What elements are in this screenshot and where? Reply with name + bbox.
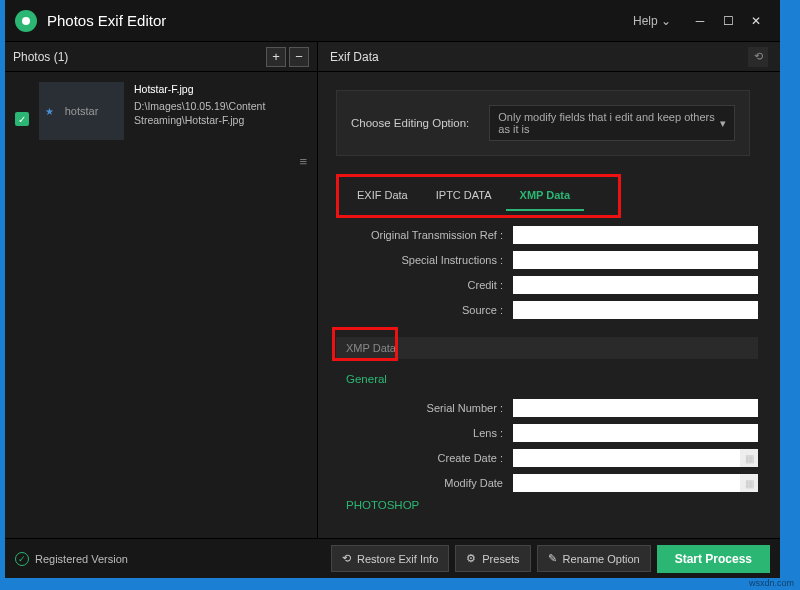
registered-status: ✓ Registered Version xyxy=(15,552,325,566)
check-icon: ✓ xyxy=(15,552,29,566)
checkbox-icon[interactable]: ✓ xyxy=(15,112,29,126)
rename-option-button[interactable]: ✎Rename Option xyxy=(537,545,651,572)
orig-trans-input[interactable] xyxy=(513,226,758,244)
app-window: Photos Exif Editor Help ⌄ ─ ☐ ✕ Photos (… xyxy=(5,0,780,578)
item-menu-icon[interactable]: ≡ xyxy=(5,150,317,173)
photo-item[interactable]: ✓ hotstar Hotstar-F.jpg D:\Images\10.05.… xyxy=(5,72,317,150)
xmp-section-header: XMP Data xyxy=(336,337,758,359)
exif-panel: Exif Data ⟲ Choose Editing Option: Only … xyxy=(317,42,780,538)
field-label: Lens : xyxy=(318,427,513,439)
help-menu[interactable]: Help ⌄ xyxy=(633,14,671,28)
special-instructions-input[interactable] xyxy=(513,251,758,269)
refresh-button[interactable]: ⟲ xyxy=(748,47,768,67)
presets-icon: ⚙ xyxy=(466,552,476,565)
chevron-down-icon: ⌄ xyxy=(661,14,671,28)
photo-filename: Hotstar-F.jpg xyxy=(134,82,307,97)
photo-thumbnail: hotstar xyxy=(39,82,124,140)
data-tabs: EXIF Data IPTC DATA XMP Data xyxy=(336,174,621,218)
fields-general: Serial Number : Lens : Create Date :▦ Mo… xyxy=(318,399,768,492)
editing-option-select[interactable]: Only modify fields that i edit and keep … xyxy=(489,105,735,141)
exif-title: Exif Data xyxy=(330,50,748,64)
close-button[interactable]: ✕ xyxy=(742,7,770,35)
fields-top: Original Transmission Ref : Special Inst… xyxy=(318,226,768,319)
main-body: Photos (1) + − ✓ hotstar Hotstar-F.jpg D… xyxy=(5,42,780,538)
create-date-input[interactable] xyxy=(513,449,740,467)
restore-exif-button[interactable]: ⟲Restore Exif Info xyxy=(331,545,449,572)
field-label: Create Date : xyxy=(318,452,513,464)
start-process-button[interactable]: Start Process xyxy=(657,545,770,573)
footer: ✓ Registered Version ⟲Restore Exif Info … xyxy=(5,538,780,578)
calendar-icon[interactable]: ▦ xyxy=(740,474,758,492)
minimize-button[interactable]: ─ xyxy=(686,7,714,35)
field-label: Credit : xyxy=(318,279,513,291)
tab-xmp-data[interactable]: XMP Data xyxy=(506,181,585,211)
app-title: Photos Exif Editor xyxy=(47,12,633,29)
field-label: Serial Number : xyxy=(318,402,513,414)
field-label: Special Instructions : xyxy=(318,254,513,266)
add-photo-button[interactable]: + xyxy=(266,47,286,67)
serial-number-input[interactable] xyxy=(513,399,758,417)
photo-meta: Hotstar-F.jpg D:\Images\10.05.19\Content… xyxy=(134,82,307,140)
remove-photo-button[interactable]: − xyxy=(289,47,309,67)
pencil-icon: ✎ xyxy=(548,552,557,565)
app-logo-icon xyxy=(15,10,37,32)
field-label: Source : xyxy=(318,304,513,316)
photos-header: Photos (1) + − xyxy=(5,42,317,72)
editing-option-row: Choose Editing Option: Only modify field… xyxy=(336,90,750,156)
titlebar: Photos Exif Editor Help ⌄ ─ ☐ ✕ xyxy=(5,0,780,42)
photos-count: Photos (1) xyxy=(13,50,263,64)
group-photoshop: PHOTOSHOP xyxy=(346,499,768,511)
exif-scroll[interactable]: Choose Editing Option: Only modify field… xyxy=(318,72,780,538)
chevron-down-icon: ▾ xyxy=(720,117,726,130)
watermark: wsxdn.com xyxy=(749,578,794,588)
calendar-icon[interactable]: ▦ xyxy=(740,449,758,467)
editing-option-label: Choose Editing Option: xyxy=(351,117,469,129)
presets-button[interactable]: ⚙Presets xyxy=(455,545,530,572)
lens-input[interactable] xyxy=(513,424,758,442)
photos-panel: Photos (1) + − ✓ hotstar Hotstar-F.jpg D… xyxy=(5,42,317,538)
exif-header: Exif Data ⟲ xyxy=(318,42,780,72)
field-label: Original Transmission Ref : xyxy=(318,229,513,241)
photo-path: D:\Images\10.05.19\Content Streaming\Hot… xyxy=(134,99,307,128)
field-label: Modify Date xyxy=(318,477,513,489)
maximize-button[interactable]: ☐ xyxy=(714,7,742,35)
credit-input[interactable] xyxy=(513,276,758,294)
tab-exif-data[interactable]: EXIF Data xyxy=(343,181,422,211)
highlight-box xyxy=(332,327,398,361)
restore-icon: ⟲ xyxy=(342,552,351,565)
modify-date-input[interactable] xyxy=(513,474,740,492)
source-input[interactable] xyxy=(513,301,758,319)
tab-iptc-data[interactable]: IPTC DATA xyxy=(422,181,506,211)
group-general: General xyxy=(346,373,768,385)
